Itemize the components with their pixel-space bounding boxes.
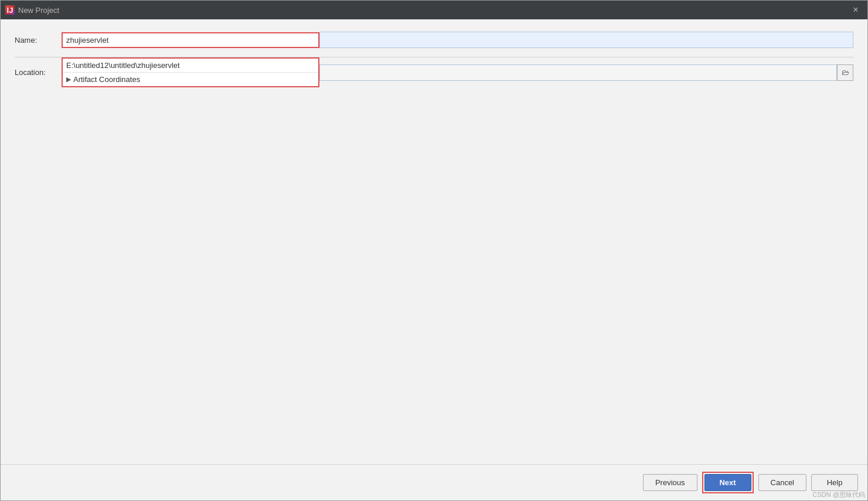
new-project-dialog: IJ New Project × Name: Location: E:\unti… bbox=[0, 0, 868, 501]
location-input[interactable] bbox=[319, 64, 837, 81]
dialog-body: Name: Location: E:\untitled12\untitled\z… bbox=[1, 19, 867, 254]
app-icon: IJ bbox=[5, 5, 15, 15]
location-row: Location: E:\untitled12\untitled\zhujies… bbox=[15, 57, 853, 87]
cancel-button[interactable]: Cancel bbox=[758, 474, 806, 491]
location-highlighted-wrapper: E:\untitled12\untitled\zhujieservlet ▶ A… bbox=[62, 57, 319, 87]
name-label: Name: bbox=[15, 36, 62, 45]
folder-icon: 🗁 bbox=[842, 68, 849, 77]
watermark: CSDN @思咏代码 bbox=[813, 490, 865, 499]
dialog-title: New Project bbox=[18, 6, 59, 15]
artifact-arrow-icon: ▶ bbox=[66, 76, 71, 83]
name-input[interactable] bbox=[62, 32, 319, 48]
dialog-footer: Previous Next Cancel Help bbox=[1, 464, 867, 500]
content-area bbox=[1, 254, 867, 465]
location-right-wrapper: 🗁 bbox=[319, 64, 853, 81]
artifact-coordinates-section[interactable]: ▶ Artifact Coordinates bbox=[63, 72, 318, 86]
artifact-label: Artifact Coordinates bbox=[73, 75, 140, 84]
next-button-wrapper: Next bbox=[702, 472, 754, 493]
title-bar-left: IJ New Project bbox=[5, 5, 59, 15]
previous-button[interactable]: Previous bbox=[643, 474, 697, 491]
location-label: Location: bbox=[15, 68, 62, 77]
name-field-wrapper bbox=[62, 32, 853, 48]
name-row: Name: bbox=[15, 31, 853, 49]
help-button[interactable]: Help bbox=[811, 474, 858, 491]
close-button[interactable]: × bbox=[849, 3, 863, 17]
name-input-extension[interactable] bbox=[319, 32, 853, 48]
location-value: E:\untitled12\untitled\zhujieservlet bbox=[63, 59, 318, 72]
browse-folder-button[interactable]: 🗁 bbox=[837, 64, 853, 81]
next-button[interactable]: Next bbox=[704, 474, 751, 491]
app-icon-label: IJ bbox=[7, 6, 13, 15]
title-bar: IJ New Project × bbox=[1, 1, 867, 19]
